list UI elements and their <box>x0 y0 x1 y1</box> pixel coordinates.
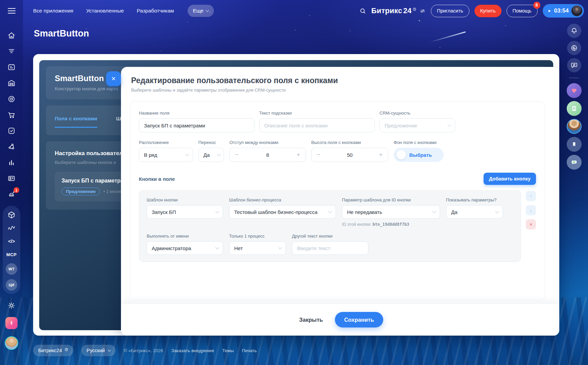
menu-icon[interactable] <box>0 8 23 14</box>
assistant-avatar[interactable] <box>567 119 582 134</box>
height-decrement-button[interactable]: − <box>312 151 326 159</box>
close-icon[interactable]: × <box>106 71 121 86</box>
field-name-input[interactable] <box>139 118 254 132</box>
button-template-label: Шаблон кнопки <box>147 197 223 202</box>
promo-avatar-heart[interactable] <box>567 83 582 98</box>
move-up-button[interactable]: ↑ <box>526 191 536 201</box>
sliders-icon[interactable] <box>419 8 426 14</box>
sidebar-item-tasks[interactable] <box>7 126 16 135</box>
left-rail: 1 </> MCP WT ЦИ <box>0 22 23 365</box>
gap-stepper: − 8 + <box>229 148 306 162</box>
sidebar-item-package[interactable] <box>7 211 16 219</box>
save-button[interactable]: Сохранить <box>335 312 383 327</box>
nav-more-button[interactable]: Еще <box>188 5 214 17</box>
layout-select[interactable]: В ряд <box>139 148 193 162</box>
sidebar-item-settings[interactable] <box>7 301 16 310</box>
bp-template-select[interactable]: Тестовый шаблон бизнес-процесса <box>229 205 336 219</box>
search-icon[interactable] <box>359 7 366 15</box>
bookmarks-button[interactable] <box>567 137 582 152</box>
invite-button[interactable]: Пригласить <box>431 5 469 17</box>
messenger-button[interactable] <box>567 58 581 72</box>
button-template-select[interactable]: Запуск БП <box>147 205 223 219</box>
nav-more-label: Еще <box>193 8 204 14</box>
language-selector[interactable]: Русский <box>81 345 116 356</box>
single-process-select[interactable]: Нет <box>229 241 286 255</box>
sidebar-item-market[interactable] <box>7 111 16 119</box>
mcp-label: MCP <box>6 252 17 257</box>
sidebar-item-planner[interactable] <box>7 63 16 72</box>
tab-button-fields[interactable]: Поля с кнопками <box>55 116 97 128</box>
id-param-select[interactable]: Не передавать <box>342 205 440 219</box>
sidebar-item-contacts[interactable] <box>7 174 16 183</box>
background-choose-button[interactable]: Выбрать <box>394 148 444 162</box>
sidebar-item-crm[interactable] <box>7 95 16 103</box>
sidebar-item-ci[interactable]: ЦИ <box>6 279 17 291</box>
sidebar-item-automation[interactable] <box>7 142 16 151</box>
sidebar-item-code[interactable]: </> <box>8 237 15 246</box>
promo-avatar-notes[interactable] <box>567 101 582 116</box>
sidebar-item-copilot-bot[interactable]: 1 <box>7 190 16 199</box>
footer-link-print[interactable]: Печать <box>242 348 257 353</box>
form-row-1: Название поля Текст подсказки CRM-сущнос… <box>139 111 536 132</box>
crm-entity-label: CRM-сущность <box>379 111 455 116</box>
hint-input[interactable] <box>259 118 375 132</box>
close-button[interactable]: Закрыть <box>297 316 325 323</box>
gap-increment-button[interactable]: + <box>291 151 305 159</box>
planner-icon <box>7 63 16 72</box>
show-params-label: Показывать параметры? <box>446 197 503 202</box>
nav-installed[interactable]: Установленные <box>86 8 124 14</box>
footer-link-themes[interactable]: Темы <box>222 348 234 353</box>
footer-brand-label: Битрикс24 <box>38 348 62 353</box>
timer-widget[interactable]: 03:54 <box>543 4 584 18</box>
package-icon <box>7 211 16 219</box>
crm-entity-select[interactable]: Предложение <box>379 118 455 132</box>
show-params-value: Да <box>451 209 458 215</box>
add-button-button[interactable]: Добавить кнопку <box>484 173 536 185</box>
sidebar-item-boost[interactable] <box>5 317 18 329</box>
gap-value: 8 <box>244 152 291 158</box>
footer-brand-button[interactable]: Битрикс24 <box>33 345 73 356</box>
chevron-down-icon <box>447 123 451 126</box>
gap-label: Отступ между кнопками <box>229 140 306 145</box>
move-down-button[interactable]: ↓ <box>526 205 536 215</box>
nav-all-apps[interactable]: Все приложения <box>33 8 73 14</box>
chat-shortcut-button[interactable] <box>567 155 582 170</box>
sidebar-item-home[interactable] <box>7 31 16 40</box>
nav-developers[interactable]: Разработчикам <box>137 8 174 14</box>
wrap-value: Да <box>203 152 210 158</box>
delete-row-button[interactable]: × <box>526 219 536 229</box>
crm-entity-value: Предложение <box>385 123 417 128</box>
chevron-down-icon <box>215 209 219 213</box>
height-increment-button[interactable]: + <box>374 151 388 159</box>
footer-link-implementation[interactable]: Заказать внедрение <box>171 348 214 353</box>
sidebar-profile-avatar[interactable] <box>5 336 18 350</box>
field-item-meta: • 1 кнопк <box>103 189 121 194</box>
sidebar-item-waves[interactable] <box>7 224 16 233</box>
wrap-select[interactable]: Да <box>198 148 224 162</box>
chevron-down-icon <box>215 245 219 249</box>
run-as-select[interactable]: Администратора <box>147 241 223 255</box>
notifications-button[interactable] <box>567 24 581 38</box>
gap-decrement-button[interactable]: − <box>230 151 244 159</box>
bitrix24-logo: Битрикс24 <box>371 6 426 15</box>
user-avatar[interactable] <box>571 5 582 16</box>
sidebar-item-wt[interactable]: WT <box>6 263 17 275</box>
modal-header: Редактирование пользовательского поля с … <box>121 67 559 93</box>
sidebar-item-reports[interactable] <box>7 158 16 167</box>
sidebar-item-mcp[interactable]: MCP <box>6 250 17 259</box>
play-icon <box>547 9 552 13</box>
automation-icon <box>7 142 16 151</box>
button-id-line: ID этой кнопки: btn_19d0dd8f7b3 <box>342 222 440 227</box>
show-params-select[interactable]: Да <box>446 205 503 219</box>
help-wrap: Помощь 8 <box>507 5 538 17</box>
button-id-label: ID этой кнопки: <box>342 222 371 227</box>
bitrix24-app: Все приложения Установленные Разработчик… <box>0 0 588 365</box>
sidebar-item-feed[interactable] <box>7 47 16 56</box>
help-button[interactable]: Помощь <box>507 5 538 17</box>
buy-button[interactable]: Купить <box>474 5 501 17</box>
logo-number: 24 <box>403 6 412 15</box>
other-text-input[interactable] <box>292 241 368 255</box>
copilot-button[interactable] <box>567 41 581 55</box>
clock-icon <box>65 348 68 351</box>
sidebar-item-storage[interactable] <box>7 79 16 88</box>
